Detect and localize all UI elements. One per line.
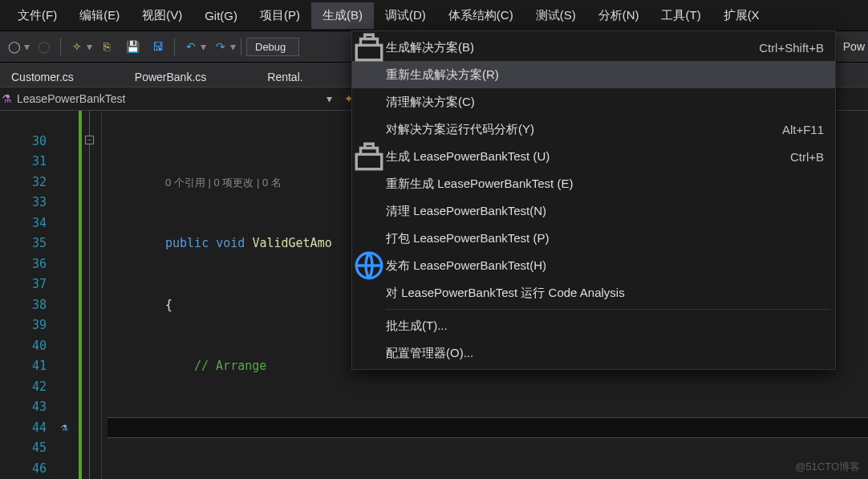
menu-item[interactable]: 配置管理器(O)...: [352, 339, 835, 367]
codelens[interactable]: 0 个引用 | 0 项更改 | 0 名: [165, 177, 282, 189]
nav-fwd-icon: ◯: [33, 35, 55, 58]
menu-separator: [386, 309, 830, 310]
menu-item[interactable]: 生成解决方案(B)Ctrl+Shift+B: [352, 34, 835, 61]
menu-item-label: 清理 LeasePowerBankTest(N): [386, 204, 824, 219]
line-number: 42: [0, 377, 47, 398]
menu-扩展(X[interactable]: 扩展(X: [712, 2, 771, 29]
save-all-icon[interactable]: 🖫: [147, 35, 169, 58]
change-margin: [77, 111, 85, 479]
menu-item-label: 重新生成 LeasePowerBankTest (E): [386, 177, 824, 192]
menu-item-label: 重新生成解决方案(R): [386, 67, 824, 83]
line-number: 31: [0, 152, 47, 173]
menu-item-label: 生成解决方案(B): [386, 40, 759, 55]
test-icon[interactable]: ⚗: [61, 417, 67, 438]
line-numbers: 3031323334353637383940414243444546: [0, 111, 59, 479]
undo-icon[interactable]: ↶: [180, 35, 202, 58]
nav-back-icon[interactable]: ◯: [3, 35, 26, 58]
menu-编辑(E)[interactable]: 编辑(E): [68, 2, 131, 29]
save-icon[interactable]: 💾: [121, 35, 144, 58]
menu-item-label: 对 LeasePowerBankTest 运行 Code Analysis: [386, 286, 824, 301]
globe-icon: [352, 249, 386, 282]
menu-item[interactable]: 打包 LeasePowerBankTest (P): [352, 225, 835, 252]
line-number: 36: [0, 254, 47, 275]
menu-item[interactable]: 对 LeasePowerBankTest 运行 Code Analysis: [352, 279, 835, 306]
tab-PowerBank.cs[interactable]: PowerBank.cs: [128, 67, 213, 87]
open-icon[interactable]: ⎘: [95, 35, 118, 58]
line-number: 32: [0, 173, 47, 193]
line-number: 41: [0, 356, 47, 377]
scope-dropdown[interactable]: ⚗LeasePowerBankTest ▾: [2, 89, 339, 108]
menu-Git(G)[interactable]: Git(G): [193, 3, 249, 28]
line-number: 46: [0, 459, 47, 480]
menu-item-label: 配置管理器(O)...: [386, 346, 824, 361]
line-number: 38: [0, 295, 47, 316]
menu-shortcut: Alt+F11: [782, 123, 824, 136]
flask-icon: ⚗: [2, 92, 12, 105]
glyph-margin: ⚗: [59, 111, 77, 479]
menu-item-label: 生成 LeasePowerBankTest (U): [386, 149, 790, 164]
line-number: 39: [0, 315, 47, 336]
menu-测试(S)[interactable]: 测试(S): [525, 2, 587, 29]
menu-item[interactable]: 重新生成 LeasePowerBankTest (E): [352, 170, 835, 197]
line-number: 30: [0, 132, 47, 152]
change-marker: [79, 111, 82, 479]
line-number: 33: [0, 193, 47, 213]
menu-item[interactable]: 对解决方案运行代码分析(Y)Alt+F11: [352, 116, 835, 143]
menu-item[interactable]: 清理 LeasePowerBankTest(N): [352, 197, 835, 225]
scope-label: LeasePowerBankTest: [17, 92, 125, 105]
new-file-icon[interactable]: ✧: [66, 35, 88, 58]
line-number: 35: [0, 233, 47, 254]
menu-item-label: 打包 LeasePowerBankTest (P): [386, 231, 824, 246]
tab-Customer.cs[interactable]: Customer.cs: [5, 67, 80, 87]
menu-体系结构(C)[interactable]: 体系结构(C): [437, 2, 525, 29]
menu-item-label: 清理解决方案(C): [386, 95, 824, 110]
menubar: 文件(F)编辑(E)视图(V)Git(G)项目(P)生成(B)调试(D)体系结构…: [0, 0, 868, 30]
config-combo[interactable]: Debug: [246, 38, 299, 56]
menu-item-label: 对解决方案运行代码分析(Y): [386, 122, 782, 137]
menu-项目(P)[interactable]: 项目(P): [249, 2, 311, 29]
menu-调试(D)[interactable]: 调试(D): [374, 2, 437, 29]
line-number: 34: [0, 213, 47, 234]
separator: [60, 38, 61, 55]
menu-分析(N)[interactable]: 分析(N): [587, 2, 651, 29]
build-icon: [352, 140, 386, 173]
fold-icon[interactable]: −: [85, 136, 94, 144]
menu-item-label: 发布 LeasePowerBankTest(H): [386, 258, 824, 274]
line-number: 40: [0, 336, 47, 357]
current-line: [107, 417, 868, 438]
menu-shortcut: Ctrl+Shift+B: [759, 41, 824, 55]
tab-Rental.[interactable]: Rental.: [261, 67, 309, 87]
build-menu: 生成解决方案(B)Ctrl+Shift+B重新生成解决方案(R)清理解决方案(C…: [351, 30, 836, 370]
redo-icon[interactable]: ↷: [209, 35, 232, 58]
outline-margin: −: [85, 111, 101, 479]
menu-item[interactable]: 重新生成解决方案(R): [352, 61, 835, 88]
menu-item[interactable]: 清理解决方案(C): [352, 88, 835, 116]
line-number: 37: [0, 274, 47, 295]
menu-item[interactable]: 批生成(T)...: [352, 312, 835, 339]
run-target-partial: Pow: [843, 40, 865, 53]
line-number: 45: [0, 438, 47, 459]
menu-文件(F)[interactable]: 文件(F): [6, 2, 68, 29]
menu-item[interactable]: 生成 LeasePowerBankTest (U)Ctrl+B: [352, 143, 835, 170]
separator: [174, 38, 175, 55]
watermark: @51CTO博客: [795, 460, 860, 474]
menu-工具(T)[interactable]: 工具(T): [650, 2, 712, 29]
separator: [241, 38, 241, 55]
build-icon: [352, 30, 386, 64]
menu-生成(B)[interactable]: 生成(B): [311, 2, 374, 29]
svg-rect-1: [356, 154, 382, 168]
menu-item[interactable]: 发布 LeasePowerBankTest(H): [352, 252, 835, 279]
menu-item-label: 批生成(T)...: [386, 319, 824, 334]
menu-shortcut: Ctrl+B: [790, 150, 824, 164]
line-number: 43: [0, 397, 47, 418]
svg-rect-0: [356, 45, 382, 59]
line-number: 44: [0, 418, 47, 439]
chevron-down-icon: ▾: [327, 92, 332, 105]
menu-视图(V)[interactable]: 视图(V): [131, 2, 193, 29]
